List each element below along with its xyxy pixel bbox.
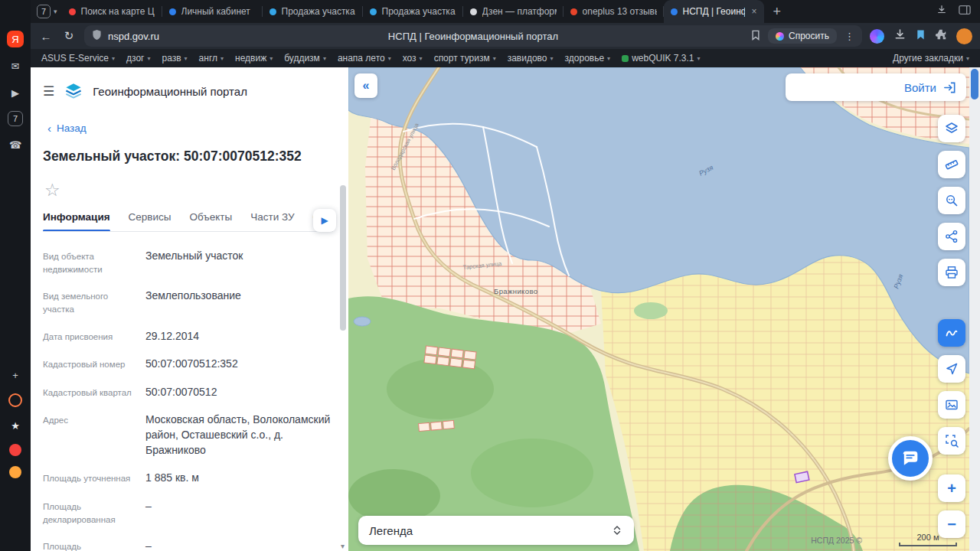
menu-hamburger-icon[interactable]: ☰ [43, 83, 54, 99]
address-field[interactable]: nspd.gov.ru НСПД | Геоинформационный пор… [84, 25, 862, 47]
extensions-icon[interactable] [935, 28, 947, 44]
panel-tab[interactable]: Сервисы [129, 211, 172, 231]
sidebar-toggle-icon[interactable] [959, 5, 971, 18]
collections-icon[interactable] [916, 29, 926, 44]
tabs-badge-icon[interactable]: 7 [8, 111, 23, 126]
panel-tab[interactable]: Части ЗУ [250, 211, 294, 231]
nspd-logo [64, 81, 83, 102]
bookmark-item[interactable]: анапа лето▾ [338, 53, 391, 64]
back-icon[interactable]: ← [38, 30, 54, 43]
map-canvas[interactable]: Бражниково Рузя Рузя Володарская улица Т… [348, 67, 969, 551]
messenger-icon[interactable]: ✉ [7, 57, 24, 74]
back-link[interactable]: ‹ Назад [47, 122, 333, 135]
downloads-icon[interactable] [893, 28, 906, 44]
bookmark-item[interactable]: ASUS E-Service▾ [41, 53, 115, 64]
browser-tab[interactable]: Поиск на карте Ц [62, 0, 162, 23]
share-icon[interactable] [938, 223, 965, 250]
video-panel-icon[interactable]: ▶ [7, 84, 24, 101]
chevron-down-icon[interactable]: ▾ [54, 8, 57, 15]
page-title: НСПД | Геоинформационный портал [84, 31, 862, 42]
bookmark-item[interactable]: webQUIK 7.3.1▾ [622, 53, 700, 64]
panel-tab[interactable]: Информация [43, 211, 110, 231]
ruler-icon[interactable] [938, 151, 965, 178]
browser-tab[interactable]: Продажа участка [263, 0, 363, 23]
chevron-down-icon: ▾ [185, 55, 188, 62]
info-field-row: Площадь– [43, 539, 333, 551]
browser-tab[interactable]: oneplus 13 отзывы [564, 0, 664, 23]
bookmark-item[interactable]: здоровье▾ [565, 53, 611, 64]
alice-star-icon[interactable]: ★ [7, 417, 24, 434]
bookmark-label: ASUS E-Service [41, 53, 109, 64]
field-label: Площадь уточненная [43, 471, 136, 486]
screenshot-icon[interactable] [938, 391, 965, 419]
login-button[interactable]: Войти [786, 73, 966, 101]
zoom-in-button[interactable]: + [938, 474, 965, 502]
tabs-scroll-right-button[interactable]: ▶ [313, 209, 336, 232]
area-search-icon[interactable] [938, 427, 965, 455]
field-value: – [145, 539, 152, 551]
site-info-icon[interactable] [92, 29, 102, 43]
browser-tab[interactable]: Личный кабинет [162, 0, 263, 23]
apps-ring-icon[interactable] [8, 393, 22, 407]
bookmark-flag-icon[interactable] [751, 30, 760, 43]
browser-tab[interactable]: НСПД | Геоинф× [664, 0, 764, 23]
panel-tabs: ИнформацияСервисыОбъектыЧасти ЗУСостав [43, 211, 333, 232]
bookmark-label: буддизм [284, 53, 320, 64]
bookmark-item[interactable]: дзог▾ [126, 53, 150, 64]
bookmark-item[interactable]: спорт туризм▾ [434, 53, 496, 64]
chat-button[interactable] [888, 436, 933, 481]
browser-tab[interactable]: Продажа участка [363, 0, 463, 23]
yandex-browser-icon[interactable]: Я [7, 31, 24, 47]
chevron-down-icon: ▾ [112, 55, 115, 62]
object-search-icon[interactable] [938, 187, 965, 214]
bookmark-item[interactable]: буддизм▾ [284, 53, 326, 64]
phone-sync-icon[interactable]: ☎ [7, 136, 24, 153]
legend-bar[interactable]: Легенда [358, 516, 634, 545]
field-value: Землепользование [145, 289, 241, 315]
new-tab-button[interactable]: + [764, 0, 791, 23]
bookmark-favicon [622, 55, 629, 62]
add-shortcut-icon[interactable]: + [7, 367, 24, 383]
maps-pin-icon[interactable] [9, 444, 21, 456]
downloads-indicator-icon[interactable] [936, 5, 948, 18]
assistant-icon[interactable] [870, 29, 884, 44]
bookmark-label: англ [199, 53, 217, 64]
info-field-row: Кадастровый квартал50:07:0070512 [43, 385, 333, 400]
profile-avatar[interactable] [956, 28, 972, 44]
bookmark-item[interactable]: англ▾ [199, 53, 224, 64]
print-icon[interactable] [938, 259, 965, 286]
tab-close-icon[interactable]: × [752, 6, 757, 17]
menu-dots-icon[interactable]: ⋮ [844, 31, 854, 42]
panel-tab[interactable]: Объекты [190, 211, 233, 231]
scroll-down-icon[interactable]: ▾ [338, 542, 347, 550]
other-bookmarks-button[interactable]: Другие закладки ▾ [893, 53, 969, 64]
tab-title: НСПД | Геоинф [683, 6, 745, 17]
field-value: – [145, 499, 152, 526]
tab-favicon [370, 8, 377, 15]
bookmark-item[interactable]: хоз▾ [403, 53, 423, 64]
refresh-icon[interactable]: ↻ [61, 29, 77, 43]
login-arrow-icon [942, 80, 957, 95]
browser-side-panel: Я✉▶7☎ +★ [0, 0, 31, 551]
chevron-down-icon: ▾ [323, 55, 326, 62]
draw-icon[interactable] [938, 319, 965, 347]
chevron-down-icon: ▾ [550, 55, 554, 62]
bookmark-item[interactable]: разв▾ [162, 53, 187, 64]
panel-scrollbar[interactable] [340, 70, 346, 539]
chevron-left-icon: ‹ [47, 122, 51, 135]
page-scrollbar[interactable] [969, 67, 980, 551]
browser-tab[interactable]: Дзен — платформ [463, 0, 564, 23]
ask-button[interactable]: Спросить [768, 28, 837, 44]
disk-dot-icon[interactable] [9, 466, 21, 478]
bookmark-item[interactable]: завидово▾ [508, 53, 554, 64]
locate-icon[interactable] [938, 355, 965, 383]
collapse-panel-button[interactable]: « [354, 73, 377, 98]
tab-counter[interactable]: 7 [37, 5, 51, 18]
map-toolbar: + − [938, 115, 965, 538]
bookmark-item[interactable]: недвиж▾ [235, 53, 273, 64]
favorite-star-icon[interactable]: ☆ [44, 180, 333, 201]
chevron-down-icon: ▾ [697, 55, 701, 62]
chevron-down-icon: ▾ [493, 55, 496, 62]
bookmark-label: здоровье [565, 53, 605, 64]
layers-icon[interactable] [938, 115, 965, 142]
